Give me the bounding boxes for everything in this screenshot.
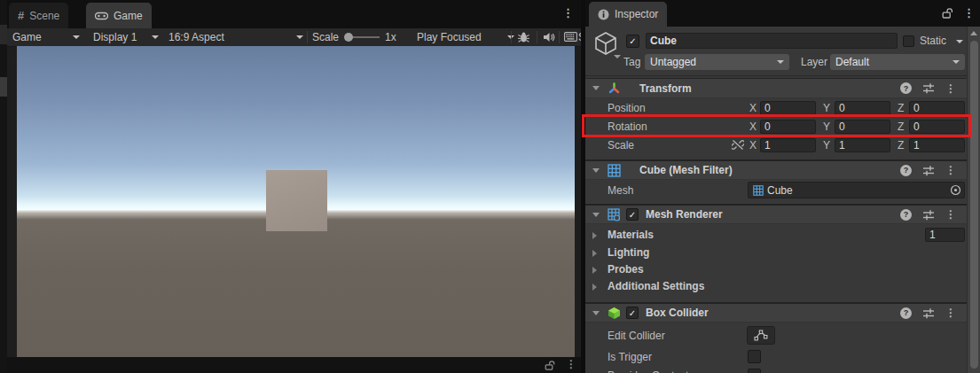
presets-icon[interactable] (922, 209, 935, 221)
bottom-panel-edge: ⋮ (7, 357, 581, 373)
materials-row[interactable]: Materials 1 (585, 228, 967, 245)
rotation-x-field[interactable]: 0 (760, 120, 816, 134)
inspector-unlock-icon[interactable] (942, 8, 953, 19)
foldout-closed-icon[interactable] (592, 232, 597, 239)
scale-z-value: 1 (913, 139, 920, 152)
unlock-icon[interactable] (545, 361, 555, 370)
scale-x-field[interactable]: 1 (760, 138, 816, 152)
scale-z-field[interactable]: 1 (909, 138, 965, 152)
game-panel: # Scene Game ⋮ Game Display 1 16:9 (7, 0, 581, 373)
cube-wireframe-icon[interactable] (592, 30, 619, 57)
foldout-open-icon[interactable] (592, 168, 600, 173)
help-icon[interactable]: ? (900, 82, 912, 94)
aspect-dropdown[interactable]: 16:9 Aspect (169, 28, 303, 46)
tab-inspector[interactable]: Inspector (589, 2, 667, 27)
display-target-label: Game (12, 31, 42, 43)
rotation-z-field[interactable]: 0 (909, 120, 965, 134)
component-menu-icon[interactable]: ⋮ (945, 165, 956, 175)
scrollbar-thumb[interactable] (970, 41, 978, 369)
unity-editor: # Scene Game ⋮ Game Display 1 16:9 (0, 0, 980, 373)
layer-value: Default (835, 56, 869, 68)
tag-dropdown[interactable]: Untagged (645, 54, 789, 70)
mesh-renderer-enabled-checkbox[interactable]: ✓ (626, 208, 639, 221)
display-target-dropdown[interactable]: Game (12, 28, 80, 46)
layer-dropdown[interactable]: Default (830, 54, 965, 70)
gamepad-icon (95, 12, 108, 20)
axis-z-label: Z (898, 120, 904, 133)
position-x-field[interactable]: 0 (760, 101, 816, 115)
scale-value: 1x (385, 31, 396, 43)
tab-game[interactable]: Game (86, 3, 152, 28)
help-icon[interactable]: ? (900, 307, 912, 319)
left-panel-edge (0, 0, 7, 373)
presets-icon[interactable] (922, 82, 935, 94)
tab-scene[interactable]: # Scene (9, 3, 68, 28)
box-collider-header[interactable]: ✓ Box Collider ? ⋮ (585, 302, 967, 322)
scale-y-field[interactable]: 1 (835, 138, 890, 152)
scale-x-value: 1 (764, 139, 771, 152)
stats-keyboard-button[interactable] (564, 32, 577, 42)
link-off-icon[interactable] (732, 139, 744, 151)
rotation-row: Rotation X 0 Y 0 Z 0 (585, 119, 967, 136)
position-y-field[interactable]: 0 (835, 101, 890, 115)
mute-audio-button[interactable] (543, 32, 555, 43)
rotation-y-field[interactable]: 0 (835, 120, 890, 134)
scale-slider[interactable] (344, 32, 380, 43)
foldout-closed-icon[interactable] (592, 267, 597, 274)
foldout-closed-icon[interactable] (592, 284, 597, 291)
presets-icon[interactable] (922, 307, 935, 319)
mesh-filter-header[interactable]: Cube (Mesh Filter) ? ⋮ (585, 159, 967, 180)
static-chevron-icon[interactable] (956, 40, 963, 43)
axis-x-label: X (749, 102, 757, 114)
probes-row[interactable]: Probes (585, 262, 967, 279)
scrollbar-up-icon[interactable] (970, 31, 977, 35)
play-focus-dropdown[interactable]: Play Focused (417, 28, 514, 46)
edit-collider-button[interactable] (747, 326, 775, 345)
chevron-down-icon (777, 60, 784, 64)
foldout-closed-icon[interactable] (592, 250, 597, 257)
mesh-object-value: Cube (767, 184, 793, 197)
mesh-grid-icon (753, 185, 764, 196)
rotation-label: Rotation (608, 120, 647, 133)
scene-cube-object (266, 170, 327, 231)
materials-count-field[interactable]: 1 (925, 228, 965, 242)
inspector-scrollbar[interactable] (967, 27, 980, 373)
inspector-menu-icon[interactable]: ⋮ (963, 7, 975, 19)
component-menu-icon[interactable]: ⋮ (945, 307, 956, 318)
gameobject-name-field[interactable]: Cube (646, 33, 898, 49)
transform-header[interactable]: Transform ? ⋮ (585, 78, 967, 98)
component-menu-icon[interactable]: ⋮ (945, 209, 956, 220)
position-z-field[interactable]: 0 (909, 101, 965, 115)
mesh-renderer-header[interactable]: ✓ Mesh Renderer ? ⋮ (585, 204, 967, 224)
static-checkbox[interactable] (903, 35, 914, 47)
mesh-object-field[interactable]: Cube (748, 182, 965, 198)
toolbar-separator (559, 31, 560, 43)
object-picker-icon[interactable] (950, 184, 961, 196)
gameobject-active-checkbox[interactable]: ✓ (626, 35, 639, 48)
provides-contacts-checkbox[interactable] (748, 369, 761, 373)
additional-settings-row[interactable]: Additional Settings (585, 279, 967, 296)
foldout-open-icon[interactable] (592, 213, 600, 217)
scale-row-label: Scale (608, 139, 634, 152)
is-trigger-checkbox[interactable] (748, 350, 761, 363)
display-dropdown[interactable]: Display 1 (93, 28, 159, 46)
help-icon[interactable]: ? (900, 209, 912, 221)
presets-icon[interactable] (922, 165, 935, 176)
provides-contacts-row: Provides Contacts (585, 369, 967, 373)
left-edge-block (0, 25, 7, 44)
game-panel-menu-icon[interactable]: ⋮ (562, 7, 574, 19)
box-collider-icon (608, 307, 621, 320)
position-row: Position X 0 Y 0 Z 0 (585, 100, 967, 118)
debug-bug-button[interactable] (517, 31, 530, 43)
component-menu-icon[interactable]: ⋮ (945, 83, 956, 94)
tab-inspector-label: Inspector (615, 8, 658, 20)
foldout-open-icon[interactable] (592, 311, 600, 315)
box-collider-enabled-checkbox[interactable]: ✓ (626, 307, 639, 319)
foldout-open-icon[interactable] (592, 86, 600, 90)
help-icon[interactable]: ? (900, 165, 912, 176)
inspector-panel: Inspector ⋮ ✓ Cube Static Tag (585, 0, 980, 373)
lighting-row[interactable]: Lighting (585, 245, 967, 262)
scale-slider-knob[interactable] (344, 33, 353, 42)
scale-slider-track (351, 36, 380, 38)
bottom-panel-menu-icon[interactable]: ⋮ (566, 359, 576, 369)
